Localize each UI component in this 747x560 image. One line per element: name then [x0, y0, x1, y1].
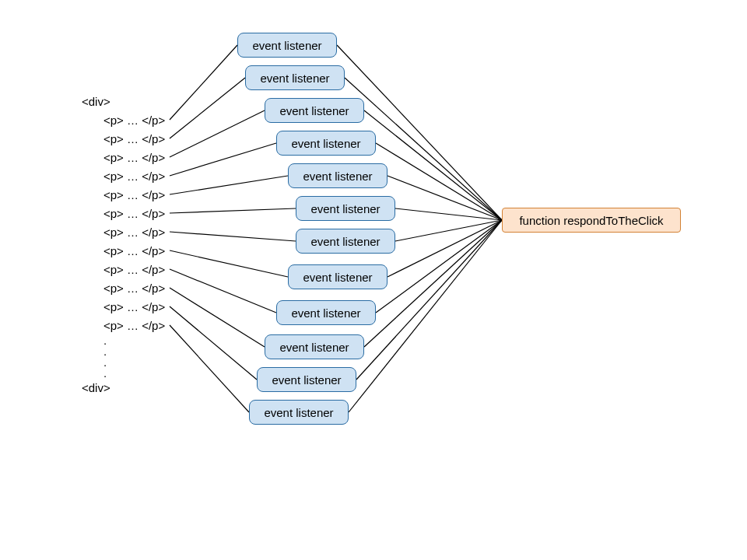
code-child-line: <p> … </p> [82, 204, 165, 222]
code-child-line: <p> … </p> [82, 129, 165, 148]
svg-line-10 [170, 208, 296, 213]
event-listener-box: event listener [245, 65, 345, 90]
event-listener-label: event listener [303, 170, 372, 183]
event-listener-box: event listener [265, 98, 364, 123]
function-callback-box: function respondToTheClick [502, 208, 681, 233]
event-listener-label: event listener [264, 406, 333, 419]
svg-line-15 [388, 220, 502, 277]
code-child-line: <p> … </p> [82, 110, 165, 129]
event-listener-label: event listener [310, 202, 380, 215]
event-listener-box: event listener [257, 367, 356, 392]
svg-line-2 [170, 78, 245, 138]
svg-line-18 [170, 288, 265, 347]
code-line: <div> [82, 378, 165, 397]
code-child-line: . [82, 334, 165, 345]
code-child-line: . [82, 367, 165, 378]
code-block: <div><p> … </p><p> … </p><p> … </p><p> …… [82, 92, 165, 397]
event-listener-box: event listener [288, 163, 388, 188]
code-child-line: <p> … </p> [82, 222, 165, 241]
event-listener-label: event listener [310, 235, 380, 248]
event-listener-box: event listener [265, 334, 364, 359]
code-child-line: <p> … </p> [82, 260, 165, 278]
event-listener-box: event listener [288, 264, 388, 289]
svg-line-0 [170, 45, 237, 120]
function-label: function respondToTheClick [519, 214, 663, 227]
diagram-stage: <div><p> … </p><p> … </p><p> … </p><p> …… [0, 0, 747, 560]
code-child-line: . [82, 356, 165, 367]
event-listener-label: event listener [272, 373, 341, 387]
svg-line-11 [395, 208, 502, 220]
event-listener-label: event listener [260, 72, 329, 85]
event-listener-label: event listener [279, 104, 349, 117]
code-child-line: <p> … </p> [82, 185, 165, 204]
code-child-line: <p> … </p> [82, 297, 165, 316]
code-child-line: <p> … </p> [82, 316, 165, 334]
event-listener-label: event listener [303, 271, 372, 284]
code-child-line: <p> … </p> [82, 241, 165, 260]
event-listener-box: event listener [296, 229, 395, 254]
event-listener-box: event listener [237, 33, 337, 58]
code-child-line: <p> … </p> [82, 166, 165, 185]
event-listener-box: event listener [296, 196, 395, 221]
svg-line-8 [170, 176, 288, 194]
code-child-line: <p> … </p> [82, 278, 165, 297]
svg-line-12 [170, 232, 296, 241]
code-child-line: <p> … </p> [82, 148, 165, 166]
svg-line-20 [170, 306, 257, 380]
svg-line-9 [388, 176, 502, 220]
svg-line-13 [395, 220, 502, 241]
svg-line-16 [170, 269, 276, 313]
event-listener-label: event listener [291, 306, 360, 320]
svg-line-22 [170, 325, 249, 412]
event-listener-label: event listener [252, 39, 321, 52]
event-listener-label: event listener [291, 137, 360, 150]
event-listener-label: event listener [279, 341, 349, 354]
code-child-line: . [82, 345, 165, 356]
code-line: <div> [82, 92, 165, 110]
svg-line-14 [170, 250, 288, 277]
event-listener-box: event listener [276, 300, 376, 325]
svg-line-6 [170, 143, 276, 176]
svg-line-4 [170, 110, 265, 157]
event-listener-box: event listener [249, 400, 349, 425]
event-listener-box: event listener [276, 131, 376, 156]
